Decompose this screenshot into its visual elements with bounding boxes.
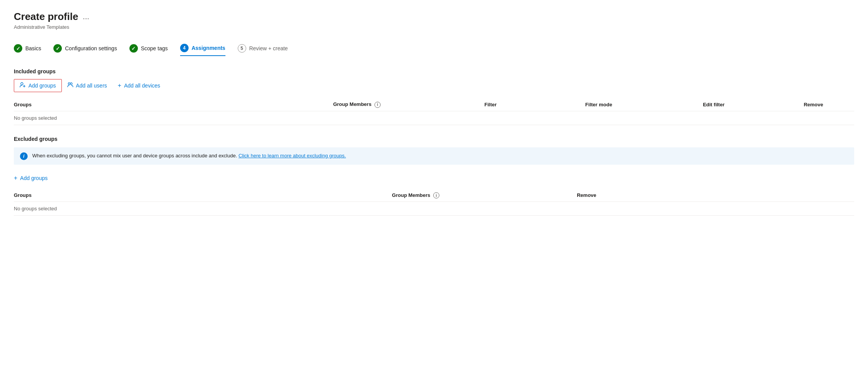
step-scope[interactable]: Scope tags [129, 41, 168, 56]
add-groups-label: Add groups [28, 83, 56, 89]
title-ellipsis[interactable]: ... [83, 12, 89, 21]
info-banner-text: When excluding groups, you cannot mix us… [32, 152, 346, 160]
included-section-label: Included groups [14, 68, 854, 74]
step-basics-check-icon [14, 44, 22, 53]
included-empty-text: No groups selected [14, 111, 854, 125]
add-all-devices-button[interactable]: + Add all devices [113, 80, 166, 91]
page-subtitle: Administrative Templates [14, 24, 854, 30]
add-devices-plus-icon: + [118, 82, 121, 89]
learn-more-link[interactable]: Click here to learn more about excluding… [239, 153, 346, 159]
excluded-section: Excluded groups When excluding groups, y… [14, 136, 854, 216]
title-text: Create profile [14, 11, 78, 23]
add-groups-people-icon [20, 82, 26, 89]
step-configuration-label: Configuration settings [65, 45, 117, 51]
included-col-groups: Groups [14, 98, 333, 111]
included-action-buttons: Add groups Add all users + Add all devic… [14, 79, 854, 92]
add-groups-button[interactable]: Add groups [14, 79, 62, 92]
svg-point-0 [21, 83, 23, 85]
info-banner: When excluding groups, you cannot mix us… [14, 147, 854, 165]
step-configuration[interactable]: Configuration settings [53, 41, 117, 56]
excluded-col-groups: Groups [14, 189, 392, 202]
step-assignments[interactable]: 4 Assignments [180, 41, 225, 56]
svg-point-1 [68, 83, 70, 85]
step-review-num-icon: 5 [238, 44, 246, 53]
add-users-people-icon [67, 82, 73, 89]
included-col-members: Group Members i [333, 98, 484, 111]
excluded-empty-text: No groups selected [14, 202, 854, 216]
excluded-col-remove: Remove [577, 189, 854, 202]
included-empty-row: No groups selected [14, 111, 854, 125]
included-table: Groups Group Members i Filter Filter mod… [14, 98, 854, 125]
step-scope-label: Scope tags [141, 45, 168, 51]
included-col-remove: Remove [804, 98, 854, 111]
page-title: Create profile ... [14, 11, 854, 23]
add-all-users-button[interactable]: Add all users [62, 79, 113, 92]
included-col-filter: Filter [484, 98, 585, 111]
included-col-edit-filter: Edit filter [703, 98, 804, 111]
step-assignments-label: Assignments [192, 45, 225, 51]
step-basics[interactable]: Basics [14, 41, 41, 56]
excluded-empty-row: No groups selected [14, 202, 854, 216]
excluded-table: Groups Group Members i Remove No groups … [14, 189, 854, 216]
step-review-label: Review + create [249, 45, 288, 51]
add-all-users-label: Add all users [76, 83, 107, 89]
add-all-devices-label: Add all devices [124, 83, 160, 89]
included-col-filter-mode: Filter mode [585, 98, 703, 111]
excluded-col-members: Group Members i [392, 189, 577, 202]
step-assignments-num-icon: 4 [180, 44, 189, 52]
step-review[interactable]: 5 Review + create [238, 41, 288, 56]
excluded-add-groups-button[interactable]: + Add groups [14, 172, 48, 184]
info-banner-icon [20, 152, 28, 160]
step-scope-check-icon [129, 44, 138, 53]
excluded-section-label: Excluded groups [14, 136, 854, 142]
page-header: Create profile ... Administrative Templa… [14, 11, 854, 30]
step-configuration-check-icon [53, 44, 62, 53]
svg-point-2 [70, 83, 72, 85]
step-basics-label: Basics [25, 45, 41, 51]
excluded-add-groups-label: Add groups [20, 175, 48, 181]
wizard-steps: Basics Configuration settings Scope tags… [14, 41, 854, 56]
group-members-info-icon[interactable]: i [374, 102, 381, 108]
excluded-plus-icon: + [14, 175, 17, 182]
excluded-group-members-info-icon[interactable]: i [433, 192, 439, 198]
